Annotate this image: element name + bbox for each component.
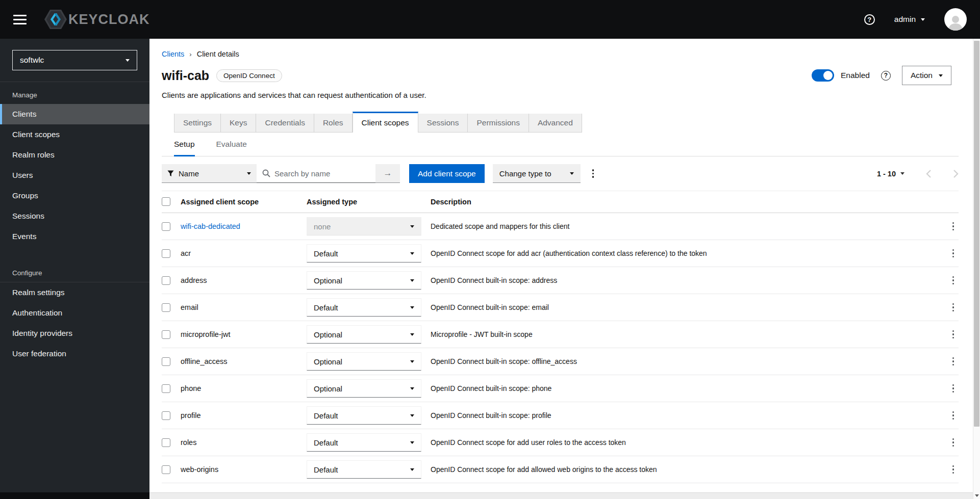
- scope-name: microprofile-jwt: [181, 330, 307, 338]
- tab-advanced[interactable]: Advanced: [529, 114, 582, 133]
- subtab-evaluate[interactable]: Evaluate: [216, 133, 247, 156]
- tab-keys[interactable]: Keys: [221, 114, 256, 133]
- sidebar-item-realm-roles[interactable]: Realm roles: [0, 145, 149, 165]
- select-all-checkbox[interactable]: [162, 197, 170, 206]
- row-checkbox[interactable]: [162, 357, 170, 366]
- chevron-down-icon: [410, 225, 414, 228]
- sidebar-item-authentication[interactable]: Authentication: [0, 303, 149, 323]
- horizontal-scrollbar[interactable]: [0, 492, 973, 499]
- row-checkbox[interactable]: [162, 276, 170, 285]
- tab-permissions[interactable]: Permissions: [468, 114, 529, 133]
- assigned-type-value: Default: [314, 438, 338, 447]
- breadcrumb-clients-link[interactable]: Clients: [162, 50, 184, 58]
- help-icon[interactable]: ?: [864, 14, 875, 25]
- sidebar-item-groups[interactable]: Groups: [0, 186, 149, 206]
- assigned-type-select[interactable]: Optional: [307, 325, 421, 344]
- row-checkbox[interactable]: [162, 330, 170, 339]
- assigned-type-select[interactable]: Default: [307, 244, 421, 262]
- assigned-type-select[interactable]: Default: [307, 298, 421, 317]
- row-kebab-menu-icon[interactable]: [948, 219, 959, 234]
- sidebar-item-user-federation[interactable]: User federation: [0, 344, 149, 364]
- row-checkbox[interactable]: [162, 465, 170, 474]
- add-client-scope-button[interactable]: Add client scope: [409, 164, 485, 183]
- tab-settings[interactable]: Settings: [174, 114, 221, 133]
- sidebar-item-sessions[interactable]: Sessions: [0, 206, 149, 226]
- sidebar-item-client-scopes[interactable]: Client scopes: [0, 124, 149, 145]
- assigned-type-select[interactable]: none: [307, 217, 421, 235]
- row-checkbox[interactable]: [162, 384, 170, 393]
- chevron-down-icon: [921, 18, 925, 21]
- pagination: 1 - 10: [877, 169, 959, 178]
- row-checkbox[interactable]: [162, 249, 170, 258]
- sidebar-item-events[interactable]: Events: [0, 226, 149, 247]
- sidebar-item-users[interactable]: Users: [0, 165, 149, 186]
- assigned-type-select[interactable]: Optional: [307, 271, 421, 290]
- assigned-type-select[interactable]: Optional: [307, 379, 421, 398]
- filter-type-dropdown[interactable]: Name: [162, 164, 257, 183]
- search-submit-arrow-icon[interactable]: →: [375, 164, 400, 183]
- assigned-type-select[interactable]: Default: [307, 460, 421, 479]
- assigned-type-select[interactable]: Optional: [307, 352, 421, 371]
- avatar[interactable]: [944, 8, 967, 31]
- pagination-range-label: 1 - 10: [877, 170, 896, 178]
- realm-selector[interactable]: softwlc: [12, 50, 137, 70]
- help-icon[interactable]: ?: [881, 71, 891, 81]
- tab-credentials[interactable]: Credentials: [256, 114, 314, 133]
- tab-sessions[interactable]: Sessions: [418, 114, 468, 133]
- row-kebab-menu-icon[interactable]: [948, 462, 959, 477]
- row-checkbox[interactable]: [162, 222, 170, 231]
- row-checkbox[interactable]: [162, 411, 170, 420]
- chevron-down-icon: [410, 387, 414, 390]
- scrollbar-down-arrow-icon[interactable]: [975, 494, 979, 497]
- chevron-down-icon: [125, 59, 130, 62]
- row-kebab-menu-icon[interactable]: [948, 354, 959, 369]
- row-kebab-menu-icon[interactable]: [948, 381, 959, 396]
- scope-name-link[interactable]: wifi-cab-dedicated: [181, 222, 307, 230]
- vertical-scrollbar[interactable]: [973, 39, 980, 499]
- person-icon: [947, 13, 964, 31]
- search-input[interactable]: [257, 164, 375, 183]
- breadcrumb: Clients › Client details: [162, 50, 959, 58]
- action-dropdown[interactable]: Action: [902, 66, 951, 85]
- table-body: wifi-cab-dedicated none Dedicated scope …: [162, 213, 959, 483]
- pagination-prev-icon[interactable]: [926, 169, 932, 178]
- subtab-setup[interactable]: Setup: [174, 133, 195, 156]
- row-kebab-menu-icon[interactable]: [948, 273, 959, 288]
- pagination-next-icon[interactable]: [953, 169, 959, 178]
- column-header-description: Description: [431, 198, 929, 206]
- row-checkbox[interactable]: [162, 438, 170, 447]
- pagination-range-dropdown[interactable]: 1 - 10: [877, 170, 904, 178]
- tab-roles[interactable]: Roles: [314, 114, 353, 133]
- masthead: KEYCLOAK ? admin: [0, 0, 980, 39]
- scope-description: Dedicated scope and mappers for this cli…: [431, 222, 929, 230]
- enabled-toggle[interactable]: [812, 69, 834, 82]
- sidebar-item-clients[interactable]: Clients: [0, 104, 149, 124]
- chevron-down-icon: [410, 414, 414, 417]
- row-kebab-menu-icon[interactable]: [948, 246, 959, 261]
- assigned-type-value: Default: [314, 411, 338, 420]
- row-kebab-menu-icon[interactable]: [948, 327, 959, 342]
- tab-client-scopes[interactable]: Client scopes: [353, 112, 418, 133]
- row-kebab-menu-icon[interactable]: [948, 408, 959, 423]
- sidebar-item-identity-providers[interactable]: Identity providers: [0, 323, 149, 344]
- assigned-type-select[interactable]: Default: [307, 406, 421, 425]
- row-checkbox[interactable]: [162, 303, 170, 312]
- table-row: microprofile-jwt Optional Microprofile -…: [162, 321, 959, 348]
- scrollbar-thumb[interactable]: [974, 41, 979, 427]
- sidebar-item-realm-settings[interactable]: Realm settings: [0, 282, 149, 303]
- toolbar-kebab-menu-icon[interactable]: [588, 166, 599, 181]
- row-kebab-menu-icon[interactable]: [948, 300, 959, 315]
- row-kebab-menu-icon[interactable]: [948, 435, 959, 450]
- change-type-dropdown[interactable]: Change type to: [493, 164, 581, 183]
- nav-toggle-hamburger-icon[interactable]: [13, 15, 27, 24]
- username: admin: [894, 15, 916, 24]
- table-row: offline_access Optional OpenID Connect b…: [162, 348, 959, 375]
- user-menu[interactable]: admin: [894, 15, 925, 24]
- chevron-down-icon: [410, 333, 414, 336]
- chevron-down-icon: [247, 172, 251, 175]
- chevron-down-icon: [410, 468, 414, 471]
- assigned-type-select[interactable]: Default: [307, 433, 421, 452]
- keycloak-logo[interactable]: KEYCLOAK: [44, 8, 150, 31]
- scope-description: OpenID Connect scope for add acr (authen…: [431, 249, 929, 257]
- scope-description: Microprofile - JWT built-in scope: [431, 330, 929, 338]
